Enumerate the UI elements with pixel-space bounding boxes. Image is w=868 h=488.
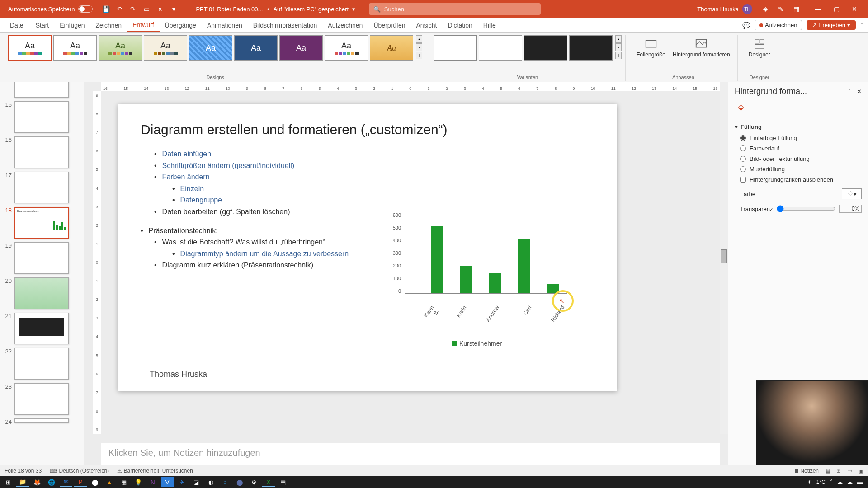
vlc-icon[interactable]: ▲: [103, 477, 116, 487]
fill-section-header[interactable]: ▾Füllung: [735, 121, 862, 133]
diamond-icon[interactable]: ◈: [761, 5, 769, 13]
theme-9[interactable]: Aa: [370, 35, 413, 61]
comments-icon[interactable]: 💬: [742, 22, 750, 29]
onenote-icon[interactable]: N: [146, 477, 159, 487]
tab-bildschirmpraesentation[interactable]: Bildschirmpräsentation: [248, 18, 323, 32]
share-button[interactable]: ↗Freigeben▾: [807, 20, 856, 30]
close-button[interactable]: ✕: [845, 5, 863, 13]
powerpoint-icon[interactable]: P: [74, 477, 87, 487]
tab-aufzeichnen[interactable]: Aufzeichnen: [322, 18, 368, 32]
app-icon-3[interactable]: 💡: [132, 477, 145, 487]
slide-thumbnail-panel[interactable]: 15 16 17 18Diagramm erstellen... 19 20 2…: [0, 82, 84, 465]
slide-thumb-17[interactable]: [14, 172, 69, 203]
slide-thumb-14[interactable]: [14, 82, 69, 98]
start-slideshow-icon[interactable]: ▭: [142, 5, 151, 13]
theme-2[interactable]: Aa: [53, 35, 97, 61]
variant-4[interactable]: [569, 35, 613, 61]
hide-bg-checkbox[interactable]: Hintergrundgrafiken ausblenden: [735, 174, 862, 185]
qat-dropdown-icon[interactable]: ▾: [170, 5, 178, 13]
tab-start[interactable]: Start: [30, 18, 55, 32]
editing-canvas[interactable]: 1615141312111098765432101234567891011121…: [84, 82, 728, 465]
slide-thumb-19[interactable]: [14, 242, 69, 274]
fill-pattern-radio[interactable]: Musterfüllung: [735, 164, 862, 174]
user-account[interactable]: Thomas Hruska TH: [697, 4, 752, 14]
autosave-toggle[interactable]: Automatisches Speichern: [8, 5, 93, 13]
telegram-icon[interactable]: ✈: [175, 477, 188, 487]
tab-ueberpruefen[interactable]: Überprüfen: [368, 18, 410, 32]
slide-thumb-15[interactable]: [14, 101, 69, 133]
record-button[interactable]: Aufzeichnen: [755, 20, 802, 30]
search-box[interactable]: 🔍: [369, 3, 541, 15]
tab-datei[interactable]: Datei: [5, 18, 30, 32]
battery-icon[interactable]: ▬: [857, 479, 863, 485]
app-icon[interactable]: ⬤: [89, 477, 101, 487]
start-menu-icon[interactable]: ⊞: [2, 477, 14, 487]
fill-solid-radio[interactable]: Einfarbige Füllung: [735, 133, 862, 143]
save-icon[interactable]: 💾: [102, 5, 110, 13]
chrome-icon[interactable]: 🌐: [45, 477, 58, 487]
notes-pane[interactable]: Klicken Sie, um Notizen hinzuzufügen: [101, 443, 720, 465]
language-indicator[interactable]: ⌨ Deutsch (Österreich): [50, 468, 109, 474]
theme-8[interactable]: Aa: [325, 35, 368, 61]
minimize-button[interactable]: —: [809, 5, 827, 13]
format-background-button[interactable]: Hintergrund formatieren: [669, 35, 734, 60]
explorer-icon[interactable]: 📁: [16, 477, 29, 487]
onedrive-icon-2[interactable]: ☁: [847, 479, 853, 485]
system-tray[interactable]: ☀ 1°C ˄ ☁ ☁ ▬: [807, 479, 866, 485]
app-icon-2[interactable]: ▦: [118, 477, 130, 487]
slide-size-button[interactable]: Foliengröße: [633, 35, 669, 60]
slide-canvas[interactable]: Diagramm erstellen und formatieren („cus…: [118, 104, 617, 391]
app-icon-5[interactable]: ◐: [204, 477, 217, 487]
outlook-icon[interactable]: ✉: [60, 477, 72, 487]
app-icon-6[interactable]: ○: [219, 477, 231, 487]
theme-1[interactable]: Aa: [8, 35, 52, 61]
slide-counter[interactable]: Folie 18 von 33: [5, 468, 42, 474]
maximize-button[interactable]: ▢: [827, 5, 845, 13]
fill-gradient-radio[interactable]: Farbverlauf: [735, 143, 862, 154]
transparency-slider[interactable]: [777, 205, 836, 212]
reading-view-icon[interactable]: ▭: [847, 468, 852, 474]
variant-scroll[interactable]: ▴▾⋮: [615, 35, 622, 59]
tab-entwurf[interactable]: Entwurf: [127, 18, 159, 32]
settings-icon[interactable]: ⚙: [248, 477, 260, 487]
theme-6[interactable]: Aa: [234, 35, 278, 61]
theme-scroll[interactable]: ▴▾⋮: [416, 35, 422, 59]
document-title[interactable]: PPT 01 Roter Faden 00... • Auf "diesem P…: [196, 6, 355, 13]
excel-icon[interactable]: X: [262, 477, 275, 487]
bar-chart[interactable]: 6005004003002001000 Karin B.KarinAndrewC…: [387, 212, 567, 339]
calendar-icon[interactable]: ▦: [792, 5, 800, 13]
fill-picture-radio[interactable]: Bild- oder Texturfüllung: [735, 154, 862, 164]
theme-3[interactable]: Aa: [99, 35, 142, 61]
normal-view-icon[interactable]: ▦: [825, 468, 830, 474]
toggle-switch[interactable]: [78, 5, 93, 13]
slideshow-view-icon[interactable]: ▣: [859, 468, 863, 474]
slide-thumb-18[interactable]: Diagramm erstellen...: [14, 207, 69, 239]
app-icon-8[interactable]: ▤: [277, 477, 289, 487]
slide-title[interactable]: Diagramm erstellen und formatieren („cus…: [141, 122, 594, 137]
tab-hilfe[interactable]: Hilfe: [478, 18, 501, 32]
variant-2[interactable]: [479, 35, 522, 61]
pane-close-icon[interactable]: ✕: [857, 88, 862, 95]
undo-icon[interactable]: ↶: [115, 5, 123, 13]
sorter-view-icon[interactable]: ⊞: [836, 468, 841, 474]
vertical-scrollbar[interactable]: [720, 82, 728, 434]
transparency-value[interactable]: 0%: [839, 205, 862, 213]
theme-4[interactable]: Aa: [144, 35, 187, 61]
accessibility-check[interactable]: ⚠ Barrierefreiheit: Untersuchen: [117, 468, 193, 474]
tab-dictation[interactable]: Dictation: [442, 18, 477, 32]
notes-toggle[interactable]: ≣ Notizen: [794, 468, 819, 474]
slide-thumb-24[interactable]: [14, 418, 69, 423]
firefox-icon[interactable]: 🦊: [31, 477, 43, 487]
slide-thumb-20[interactable]: [14, 277, 69, 309]
app-icon-v[interactable]: V: [161, 477, 174, 487]
tray-chevron-icon[interactable]: ˄: [830, 479, 833, 485]
app-icon-4[interactable]: ◪: [190, 477, 203, 487]
designer-button[interactable]: Designer: [745, 35, 774, 60]
slide-thumb-21[interactable]: [14, 313, 69, 344]
variant-1[interactable]: [434, 35, 477, 61]
pen-icon[interactable]: ✎: [777, 5, 785, 13]
color-picker-button[interactable]: ▾: [842, 188, 862, 199]
weather-icon[interactable]: ☀: [807, 479, 812, 485]
accessibility-icon[interactable]: ጰ: [156, 5, 164, 13]
redo-icon[interactable]: ↷: [129, 5, 137, 13]
